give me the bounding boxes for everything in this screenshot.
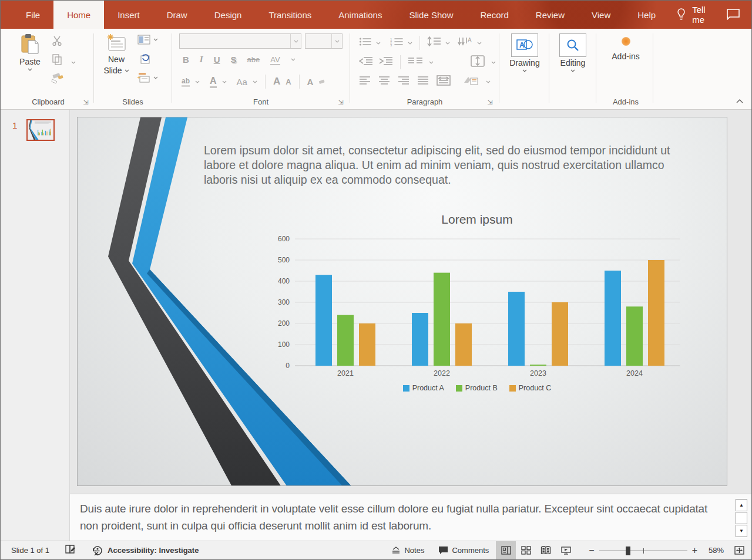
collapse-ribbon-button[interactable] xyxy=(736,95,743,106)
tab-transitions[interactable]: Transitions xyxy=(255,1,325,29)
bullets-button[interactable] xyxy=(359,37,372,49)
chart-legend: Product AProduct BProduct C xyxy=(271,384,683,392)
chevron-down-icon[interactable] xyxy=(253,80,257,83)
chevron-down-icon[interactable] xyxy=(408,42,412,45)
notes-pane[interactable]: Duis aute irure dolor in reprehenderit i… xyxy=(70,494,751,542)
legend-item: Product B xyxy=(456,384,498,392)
distribute-text-button[interactable] xyxy=(437,75,451,88)
layout-button[interactable] xyxy=(137,35,158,45)
grow-font-button[interactable]: A xyxy=(273,76,280,87)
columns-button[interactable] xyxy=(408,56,423,68)
tab-view[interactable]: View xyxy=(578,1,624,29)
reading-view-button[interactable] xyxy=(536,541,556,559)
font-size-combobox[interactable] xyxy=(305,33,343,49)
align-center-button[interactable] xyxy=(378,76,390,87)
tab-home[interactable]: Home xyxy=(53,1,104,29)
paste-button[interactable]: Paste xyxy=(14,33,46,71)
chevron-down-icon[interactable] xyxy=(195,80,200,83)
copy-button[interactable] xyxy=(51,53,63,68)
chevron-down-icon[interactable] xyxy=(222,80,227,83)
italic-button[interactable]: I xyxy=(200,55,203,65)
font-name-combobox[interactable] xyxy=(179,33,301,49)
bold-button[interactable]: B xyxy=(183,55,189,65)
chevron-down-icon[interactable] xyxy=(486,80,491,83)
align-right-button[interactable] xyxy=(398,76,409,87)
chevron-down-icon[interactable] xyxy=(477,42,482,45)
chevron-down-icon[interactable] xyxy=(429,61,434,64)
zoom-out-button[interactable]: − xyxy=(584,545,599,556)
tab-insert[interactable]: Insert xyxy=(104,1,153,29)
strikethrough-button[interactable]: abe xyxy=(247,55,260,64)
slide-chart[interactable]: Lorem ipsum 0100200300400500600202120222… xyxy=(271,211,706,405)
slideshow-view-button[interactable] xyxy=(556,541,576,559)
tab-record[interactable]: Record xyxy=(466,1,522,29)
font-color-button[interactable]: A xyxy=(210,76,217,88)
chevron-down-icon[interactable] xyxy=(376,42,381,45)
clipboard-dialog-launcher[interactable]: ⇲ xyxy=(82,98,90,106)
tab-review[interactable]: Review xyxy=(522,1,578,29)
increase-indent-button[interactable] xyxy=(379,56,393,68)
underline-button[interactable]: U xyxy=(214,55,220,65)
paragraph-dialog-launcher[interactable]: ⇲ xyxy=(486,98,494,106)
fit-slide-to-window-button[interactable] xyxy=(730,541,748,559)
drawing-button[interactable]: A Drawing xyxy=(506,33,543,72)
slide-sorter-view-button[interactable] xyxy=(516,541,536,559)
tab-design[interactable]: Design xyxy=(201,1,256,29)
addins-button[interactable]: Add-ins xyxy=(607,37,644,62)
scroll-thumb[interactable] xyxy=(736,512,747,524)
tab-file[interactable]: File xyxy=(12,1,53,29)
scroll-down-button[interactable]: ▼ xyxy=(736,525,747,537)
chevron-down-icon[interactable] xyxy=(331,34,342,48)
convert-smartart-button[interactable] xyxy=(463,75,478,89)
numbering-button[interactable]: 123 xyxy=(390,37,404,49)
section-button[interactable] xyxy=(137,72,158,83)
comments-button[interactable]: Comments xyxy=(431,541,496,559)
zoom-level[interactable]: 58% xyxy=(702,546,730,555)
zoom-in-button[interactable]: + xyxy=(687,545,702,556)
align-left-button[interactable] xyxy=(359,76,371,87)
character-spacing-button[interactable]: AV xyxy=(270,55,280,65)
scroll-up-button[interactable]: ▲ xyxy=(736,499,747,511)
cut-button[interactable] xyxy=(51,35,63,49)
text-direction-button[interactable]: A xyxy=(458,36,473,49)
highlight-color-button[interactable]: ab xyxy=(182,77,190,87)
proofing-icon[interactable] xyxy=(65,544,76,556)
editing-button[interactable]: Editing xyxy=(555,33,590,72)
copy-dropdown-chevron-icon[interactable] xyxy=(71,56,76,66)
slide-canvas[interactable]: Lorem ipsum dolor sit amet, consectetur … xyxy=(77,117,727,486)
tab-help[interactable]: Help xyxy=(624,1,669,29)
zoom-slider[interactable] xyxy=(599,546,687,555)
shrink-font-button[interactable]: A xyxy=(286,77,291,86)
chevron-down-icon[interactable] xyxy=(491,61,496,64)
tab-draw[interactable]: Draw xyxy=(153,1,201,29)
tab-animations[interactable]: Animations xyxy=(325,1,395,29)
justify-button[interactable] xyxy=(417,76,429,87)
reset-button[interactable] xyxy=(137,53,150,67)
accessibility-status[interactable]: Accessibility: Investigate xyxy=(92,545,199,556)
chevron-down-icon[interactable] xyxy=(291,58,296,61)
font-dialog-launcher[interactable]: ⇲ xyxy=(337,98,345,106)
new-slide-button[interactable]: New Slide xyxy=(100,33,133,76)
accessibility-label: Accessibility: Investigate xyxy=(108,546,199,555)
change-case-button[interactable]: Aa xyxy=(237,77,247,87)
format-painter-button[interactable] xyxy=(51,72,64,86)
paste-icon xyxy=(20,33,40,56)
text-shadow-button[interactable]: S xyxy=(231,55,237,65)
line-spacing-button[interactable] xyxy=(427,36,441,49)
zoom-slider-thumb[interactable] xyxy=(626,546,630,555)
notes-toggle-button[interactable]: Notes xyxy=(384,541,431,559)
slide-body-text[interactable]: Lorem ipsum dolor sit amet, consectetur … xyxy=(204,143,694,187)
normal-view-button[interactable] xyxy=(496,541,516,559)
chevron-down-icon[interactable] xyxy=(445,42,450,45)
decrease-indent-button[interactable] xyxy=(359,56,373,68)
align-text-button[interactable] xyxy=(470,55,485,70)
tab-slide-show[interactable]: Slide Show xyxy=(395,1,466,29)
slide-thumbnail[interactable] xyxy=(26,119,55,141)
clear-formatting-button[interactable]: A xyxy=(307,77,314,87)
chat-bubble-icon[interactable] xyxy=(726,7,741,23)
chevron-down-icon[interactable] xyxy=(290,34,301,48)
tell-me-label[interactable]: Tell me xyxy=(692,5,714,25)
notes-text[interactable]: Duis aute irure dolor in reprehenderit i… xyxy=(80,500,726,534)
font-name-value xyxy=(180,34,290,48)
svg-text:2023: 2023 xyxy=(530,369,546,377)
